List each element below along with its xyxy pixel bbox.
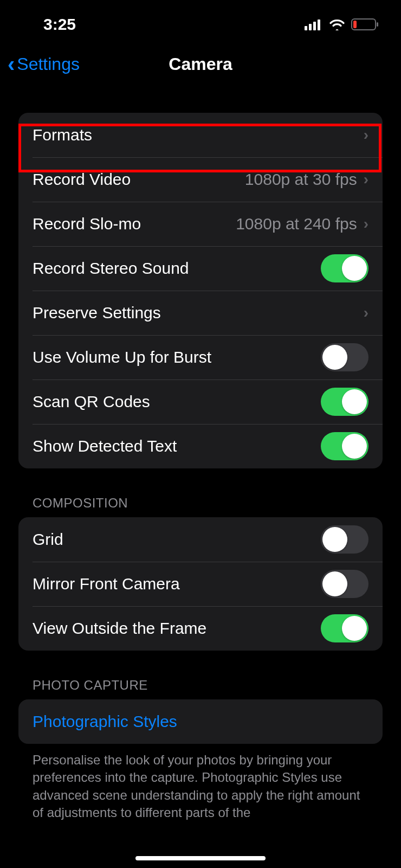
svg-rect-3 [318,20,320,30]
row-stereo-sound: Record Stereo Sound [18,246,383,291]
home-indicator[interactable] [135,856,266,860]
settings-group-photo-capture: Photographic Styles [18,699,383,744]
settings-group-composition: Grid Mirror Front Camera View Outside th… [18,517,383,651]
row-volume-burst: Use Volume Up for Burst [18,335,383,380]
cellular-icon [305,18,323,30]
row-label: View Outside the Frame [33,619,206,638]
wifi-icon [328,18,346,30]
svg-rect-5 [377,22,378,27]
row-label: Scan QR Codes [33,393,150,411]
row-label: Record Stereo Sound [33,259,189,278]
row-photographic-styles[interactable]: Photographic Styles [18,699,383,744]
row-label: Show Detected Text [33,437,177,455]
footer-description: Personalise the look of your photos by b… [18,744,383,822]
svg-rect-1 [309,24,312,30]
chevron-right-icon: › [364,171,368,188]
row-label: Photographic Styles [33,712,177,731]
row-preserve-settings[interactable]: Preserve Settings › [18,291,383,335]
row-grid: Grid [18,517,383,562]
toggle-outside-frame[interactable] [321,614,368,642]
nav-bar: ‹ Settings Camera [0,42,401,86]
row-label: Formats [33,126,92,144]
row-label: Use Volume Up for Burst [33,348,211,367]
chevron-left-icon: ‹ [8,52,15,76]
back-label: Settings [17,54,80,74]
battery-icon [351,18,379,31]
chevron-right-icon: › [364,126,368,144]
svg-rect-0 [305,26,307,30]
section-header-photo-capture: PHOTO CAPTURE [18,678,383,699]
section-header-composition: COMPOSITION [18,496,383,517]
status-time: 3:25 [43,15,76,34]
svg-rect-2 [313,22,316,30]
row-label: Record Video [33,170,131,189]
svg-rect-6 [353,21,357,28]
row-scan-qr: Scan QR Codes [18,380,383,424]
row-label: Mirror Front Camera [33,575,180,593]
row-formats[interactable]: Formats › [18,113,383,157]
page-title: Camera [169,54,232,74]
row-label: Record Slo-mo [33,215,141,233]
row-outside-frame: View Outside the Frame [18,606,383,651]
row-value: 1080p at 240 fps [236,215,357,233]
toggle-detected-text[interactable] [321,432,368,460]
row-label: Grid [33,530,63,549]
status-icons [305,18,379,31]
chevron-right-icon: › [364,304,368,322]
row-mirror-front: Mirror Front Camera [18,562,383,606]
status-bar: 3:25 [0,0,401,38]
settings-group-main: Formats › Record Video 1080p at 30 fps ›… [18,113,383,468]
chevron-right-icon: › [364,215,368,233]
row-record-video[interactable]: Record Video 1080p at 30 fps › [18,157,383,202]
toggle-mirror-front[interactable] [321,570,368,598]
row-detected-text: Show Detected Text [18,424,383,468]
back-button[interactable]: ‹ Settings [8,52,80,76]
row-value: 1080p at 30 fps [245,170,357,189]
row-label: Preserve Settings [33,304,161,322]
toggle-scan-qr[interactable] [321,388,368,416]
toggle-stereo-sound[interactable] [321,254,368,282]
toggle-grid[interactable] [321,525,368,554]
row-record-slomo[interactable]: Record Slo-mo 1080p at 240 fps › [18,202,383,246]
toggle-volume-burst[interactable] [321,343,368,371]
